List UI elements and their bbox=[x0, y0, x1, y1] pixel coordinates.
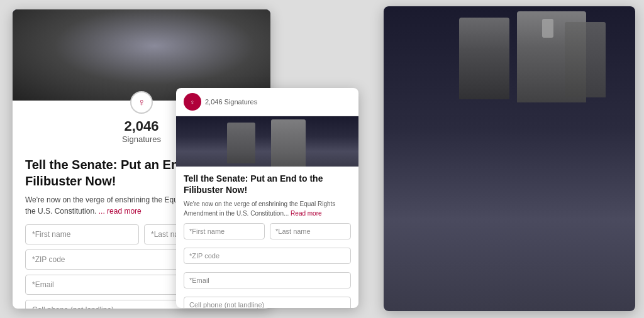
read-more-link-1[interactable]: ... read more bbox=[99, 207, 142, 216]
first-name-input-1[interactable] bbox=[25, 224, 139, 244]
petition-title-2: Tell the Senate: Put an End to the Filib… bbox=[184, 173, 351, 195]
hero-image-3 bbox=[384, 85, 635, 183]
signature-count-2: 2,046 Signatures bbox=[205, 98, 351, 106]
last-name-input-2[interactable] bbox=[270, 223, 351, 239]
org-logo-2: ♀ bbox=[184, 93, 201, 111]
email-input-2[interactable] bbox=[184, 272, 351, 288]
top-bar-2: ♀ 2,046 Signatures bbox=[176, 88, 358, 116]
petition-card-front: Thanks for signing! Sign 5 more to boost… bbox=[384, 6, 635, 311]
phone-input-2[interactable] bbox=[184, 297, 351, 308]
petition-card-middle: ♀ 2,046 Signatures Tell the Senate: Put … bbox=[176, 88, 358, 308]
logo-symbol-1: ♀ bbox=[138, 97, 145, 108]
zip-input-2[interactable] bbox=[184, 248, 351, 264]
logo-symbol-2: ♀ bbox=[190, 99, 195, 106]
first-name-input-2[interactable] bbox=[184, 223, 265, 239]
org-logo-1: ♀ bbox=[130, 91, 153, 114]
read-more-link-2[interactable]: Read more bbox=[291, 210, 321, 217]
hero-image-2 bbox=[176, 116, 358, 167]
petition-desc-2: We're now on the verge of enshrining the… bbox=[184, 199, 351, 218]
hero-image-1 bbox=[13, 9, 270, 101]
